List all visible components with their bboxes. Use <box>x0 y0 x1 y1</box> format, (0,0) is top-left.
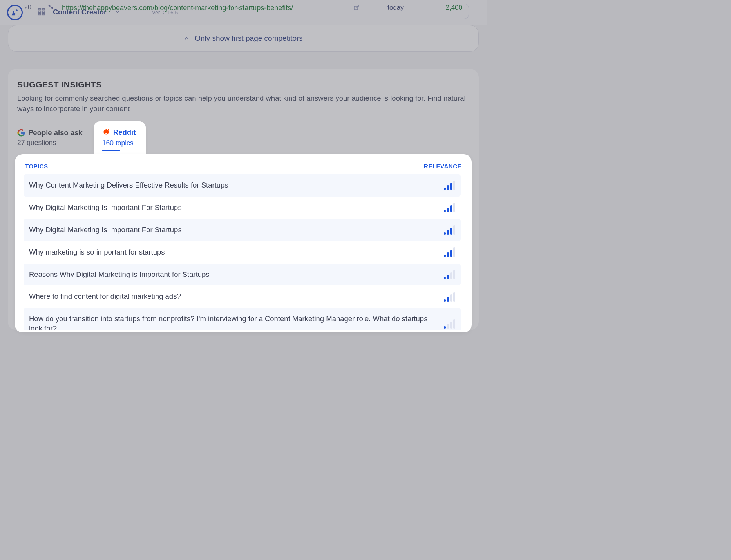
competitors-card: 20 https://thehappybeavers.com/blog/cont… <box>8 25 479 52</box>
topic-row[interactable]: Why Content Marketing Delivers Effective… <box>24 174 461 197</box>
relevance-bars-icon <box>444 247 455 257</box>
open-external-icon[interactable] <box>345 4 368 13</box>
topic-title: Why Content Marketing Delivers Effective… <box>29 181 444 190</box>
toggle-only-first-page[interactable]: Only show first page competitors <box>8 34 478 43</box>
competitor-date: today <box>368 4 423 12</box>
tab-reddit-title: Reddit <box>113 128 136 137</box>
svg-point-12 <box>107 131 107 132</box>
relevance-bars-icon <box>444 270 455 279</box>
tab-paa-title: People also ask <box>28 128 83 137</box>
topic-row[interactable]: Why Digital Marketing Is Important For S… <box>24 219 461 241</box>
competitor-url[interactable]: https://thehappybeavers.com/blog/content… <box>62 4 345 12</box>
competitor-favicon <box>47 4 62 13</box>
tab-paa-sub: 27 questions <box>17 139 83 147</box>
topic-title: How do you transition into startups from… <box>29 314 444 330</box>
topic-row[interactable]: Why Digital Marketing Is Important For S… <box>24 197 461 219</box>
topic-row[interactable]: Reasons Why Digital Marketing is Importa… <box>24 264 461 286</box>
relevance-bars-icon <box>444 319 455 329</box>
topic-row[interactable]: How do you transition into startups from… <box>24 308 461 330</box>
insights-heading: SUGGEST INSIGHTS <box>17 80 469 89</box>
topic-title: Why marketing is so important for startu… <box>29 247 444 257</box>
relevance-bars-icon <box>444 203 455 212</box>
topics-panel: TOPICS RELEVANCE Why Content Marketing D… <box>17 157 469 330</box>
competitor-words: 2,400 <box>423 4 462 12</box>
topic-row[interactable]: Why marketing is so important for startu… <box>24 241 461 264</box>
tab-people-also-ask[interactable]: People also ask 27 questions <box>17 128 83 151</box>
topic-title: Why Digital Marketing Is Important For S… <box>29 203 444 213</box>
competitor-rank: 20 <box>24 4 47 11</box>
topics-list[interactable]: Why Content Marketing Delivers Effective… <box>24 174 463 330</box>
relevance-bars-icon <box>444 181 455 190</box>
insights-tabs: People also ask 27 questions Reddit 160 … <box>17 124 469 151</box>
competitor-link[interactable]: https://thehappybeavers.com/blog/content… <box>62 4 293 12</box>
topic-row[interactable]: Where to find content for digital market… <box>24 285 461 308</box>
tab-reddit-sub: 160 topics <box>102 139 136 147</box>
col-relevance[interactable]: RELEVANCE <box>424 163 461 170</box>
insights-lead: Looking for commonly searched questions … <box>17 93 469 114</box>
relevance-bars-icon <box>444 292 455 302</box>
insights-card: SUGGEST INSIGHTS Looking for commonly se… <box>8 69 479 330</box>
tab-reddit[interactable]: Reddit 160 topics <box>96 124 144 151</box>
reddit-icon <box>102 128 110 137</box>
topic-title: Reasons Why Digital Marketing is Importa… <box>29 270 444 280</box>
chevron-up-icon <box>184 35 190 42</box>
competitor-row[interactable]: 20 https://thehappybeavers.com/blog/cont… <box>18 4 469 19</box>
topic-title: Why Digital Marketing Is Important For S… <box>29 225 444 235</box>
toggle-only-first-label: Only show first page competitors <box>195 34 303 43</box>
google-icon <box>17 129 25 137</box>
topic-title: Where to find content for digital market… <box>29 292 444 302</box>
relevance-bars-icon <box>444 225 455 235</box>
col-topics[interactable]: TOPICS <box>25 163 48 170</box>
svg-point-11 <box>105 131 105 132</box>
